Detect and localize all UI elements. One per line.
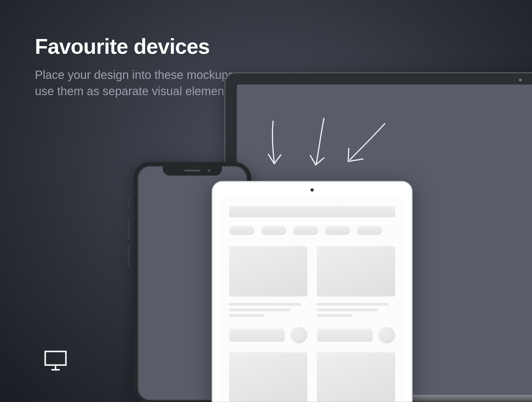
monitor-icon xyxy=(44,351,67,372)
phone-notch xyxy=(163,166,222,176)
tablet-camera-icon xyxy=(311,188,314,192)
tablet-mockup xyxy=(212,181,413,402)
laptop-camera-icon xyxy=(519,79,522,81)
svg-rect-0 xyxy=(45,351,66,365)
page-title: Favourite devices xyxy=(35,34,210,59)
tablet-wireframe xyxy=(220,198,404,402)
